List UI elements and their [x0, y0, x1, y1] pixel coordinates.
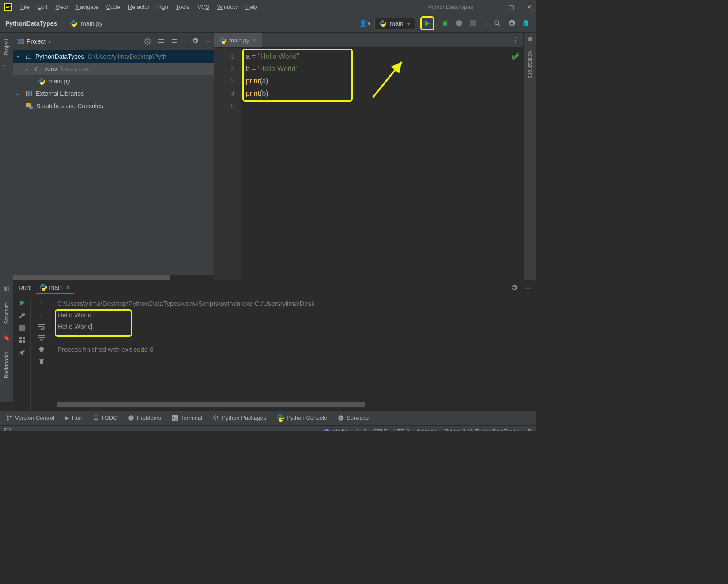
run-config-selector[interactable]: main ▾: [374, 18, 415, 29]
maximize-button[interactable]: ▢: [509, 4, 514, 11]
run-button[interactable]: [420, 16, 434, 30]
tree-file-main[interactable]: main.py: [13, 75, 214, 87]
hide-panel-button[interactable]: —: [205, 38, 211, 45]
svg-rect-8: [28, 91, 29, 96]
print-button[interactable]: [38, 347, 45, 353]
trash-button[interactable]: [38, 358, 45, 365]
titlebar: PC File Edit View Navigate Code Refactor…: [0, 0, 536, 14]
project-tree[interactable]: ▾ 🗀 PythonDataTypes C:\Users\yilma\Deskt…: [13, 50, 214, 275]
project-icon: [17, 38, 24, 45]
console-scrollbar[interactable]: [57, 402, 531, 407]
settings-button[interactable]: [506, 18, 517, 29]
select-opened-file-button[interactable]: [143, 38, 151, 45]
run-options-button[interactable]: [511, 284, 518, 291]
tree-root[interactable]: ▾ 🗀 PythonDataTypes C:\Users\yilma\Deskt…: [13, 50, 214, 63]
run-panel: Run: main ✕ — ↑ ↓ C:\Users\yi: [13, 280, 536, 410]
code-text[interactable]: a = "Hello World" b = 'Hello World' prin…: [241, 48, 523, 280]
editor-tab-main[interactable]: main.py ✕: [214, 33, 262, 47]
status-indent[interactable]: 4 spaces: [416, 428, 438, 432]
svg-rect-17: [19, 340, 22, 343]
bb-python-packages[interactable]: Python Packages: [213, 414, 266, 421]
close-button[interactable]: ✕: [527, 4, 532, 11]
breadcrumb-file[interactable]: main.py: [81, 20, 102, 27]
tree-scratches[interactable]: Scratches and Consoles: [13, 100, 214, 112]
close-tab-button[interactable]: ✕: [65, 284, 71, 291]
down-button[interactable]: ↓: [40, 312, 43, 318]
run-tab[interactable]: main ✕: [36, 282, 74, 294]
up-button[interactable]: ↑: [40, 300, 43, 306]
lock-icon[interactable]: [527, 428, 532, 432]
chevron-down-icon: ▾: [407, 20, 410, 27]
search-button[interactable]: [492, 18, 503, 29]
rail-project-label[interactable]: Project: [4, 36, 10, 58]
stop-button[interactable]: [19, 325, 25, 331]
debug-button[interactable]: [440, 18, 450, 29]
expand-all-button[interactable]: [158, 38, 165, 45]
hide-run-panel-button[interactable]: —: [525, 284, 531, 291]
project-panel-title[interactable]: Project: [26, 38, 46, 45]
tree-external-libs[interactable]: ▸ External Libraries: [13, 87, 214, 100]
svg-point-1: [495, 21, 499, 25]
menu-vcs[interactable]: VCS: [197, 4, 209, 10]
wrench-button[interactable]: [19, 312, 26, 319]
layout-button[interactable]: [19, 337, 25, 343]
rail-structure-label[interactable]: Structure: [4, 300, 10, 327]
scroll-to-end-button[interactable]: [38, 335, 45, 341]
status-encoding[interactable]: UTF-8: [394, 428, 409, 432]
bb-version-control[interactable]: Version Control: [6, 414, 54, 421]
menu-refactor[interactable]: Refactor: [128, 4, 150, 10]
status-position[interactable]: 3:12: [356, 428, 366, 432]
rerun-button[interactable]: [19, 300, 25, 306]
coverage-button[interactable]: [454, 18, 464, 29]
collapse-all-button[interactable]: [171, 38, 178, 45]
menu-tools[interactable]: Tools: [176, 4, 189, 10]
tabnine-toolbar-icon[interactable]: [521, 18, 531, 29]
menu-code[interactable]: Code: [106, 4, 120, 10]
python-icon: [277, 414, 284, 422]
warning-icon: [128, 415, 134, 421]
panel-options-button[interactable]: [192, 38, 199, 45]
bb-services[interactable]: Services: [338, 414, 369, 421]
breadcrumb-root[interactable]: PythonDataTypes: [5, 20, 57, 27]
chevron-down-icon[interactable]: ▾: [17, 54, 22, 59]
status-interpreter[interactable]: Python 3.10 (PythonDataTypes): [445, 428, 520, 432]
status-tabnine[interactable]: tabnine: [324, 428, 349, 432]
minimize-button[interactable]: —: [490, 4, 496, 11]
console-output[interactable]: C:\Users\yilma\Desktop\PythonDataTypes\v…: [52, 295, 536, 410]
bb-terminal[interactable]: Terminal: [172, 414, 202, 421]
tab-more-button[interactable]: ⋮: [512, 36, 519, 44]
python-icon: [219, 37, 226, 44]
notifications-icon[interactable]: [527, 36, 534, 43]
soft-wrap-button[interactable]: [38, 324, 45, 330]
status-line-ending[interactable]: CRLF: [373, 428, 387, 432]
menu-file[interactable]: File: [20, 4, 30, 10]
menu-help[interactable]: Help: [245, 4, 257, 10]
inspection-ok-icon[interactable]: [511, 51, 520, 60]
folder-icon[interactable]: 🗀: [3, 63, 10, 71]
bottom-tool-bar: Version Control ▶Run ☰TODO Problems Term…: [0, 410, 536, 425]
code-area[interactable]: 1 2 3 4 5 a = "Hello World" b = 'Hello W…: [214, 48, 523, 280]
bb-todo[interactable]: ☰TODO: [93, 414, 117, 421]
menu-edit[interactable]: Edit: [38, 4, 47, 10]
tree-venv[interactable]: ▸ 🗀 venv library root: [13, 63, 214, 75]
user-icon[interactable]: 👤▾: [359, 19, 371, 27]
chevron-right-icon[interactable]: ▸: [17, 91, 22, 96]
bookmarks-icon[interactable]: 🔖: [3, 335, 10, 341]
structure-icon[interactable]: ◧: [4, 285, 9, 292]
bb-problems[interactable]: Problems: [128, 414, 161, 421]
tool-windows-button[interactable]: [4, 428, 11, 432]
close-tab-button[interactable]: ✕: [252, 37, 257, 44]
chevron-right-icon[interactable]: ▸: [26, 67, 31, 72]
menu-navigate[interactable]: Navigate: [75, 4, 98, 10]
rail-notifications-label[interactable]: Notifications: [527, 47, 533, 81]
menu-run[interactable]: Run: [158, 4, 168, 10]
menu-window[interactable]: Window: [217, 4, 238, 10]
bb-run[interactable]: ▶Run: [65, 414, 83, 421]
menu-view[interactable]: View: [55, 4, 68, 10]
project-scrollbar[interactable]: [13, 275, 214, 280]
chevron-down-icon[interactable]: ▾: [49, 39, 51, 44]
pin-button[interactable]: [19, 349, 25, 355]
rail-bookmarks-label[interactable]: Bookmarks: [4, 349, 10, 381]
stop-button[interactable]: [468, 18, 479, 29]
bb-python-console[interactable]: Python Console: [277, 414, 327, 422]
